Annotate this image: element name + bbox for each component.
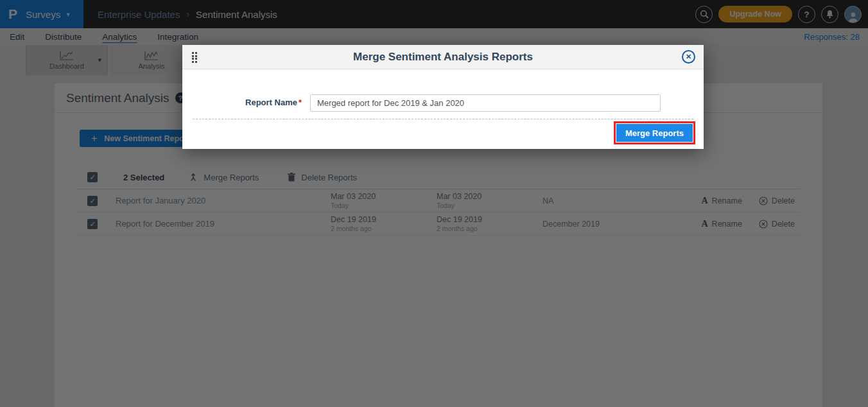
modal-title: Merge Sentiment Analysis Reports bbox=[353, 51, 533, 64]
click-highlight-annotation: Merge Reports bbox=[614, 121, 695, 144]
report-name-input[interactable] bbox=[310, 94, 661, 112]
merge-reports-modal: Merge Sentiment Analysis Reports ✕ Repor… bbox=[182, 45, 704, 149]
drag-handle-icon[interactable] bbox=[192, 52, 197, 63]
close-icon[interactable]: ✕ bbox=[682, 50, 695, 64]
merge-reports-submit-button[interactable]: Merge Reports bbox=[616, 124, 693, 142]
divider bbox=[193, 119, 693, 119]
report-name-label-text: Report Name bbox=[245, 98, 297, 107]
required-asterisk: * bbox=[299, 98, 302, 107]
modal-header: Merge Sentiment Analysis Reports ✕ bbox=[182, 45, 704, 69]
report-name-label: Report Name* bbox=[182, 98, 302, 107]
